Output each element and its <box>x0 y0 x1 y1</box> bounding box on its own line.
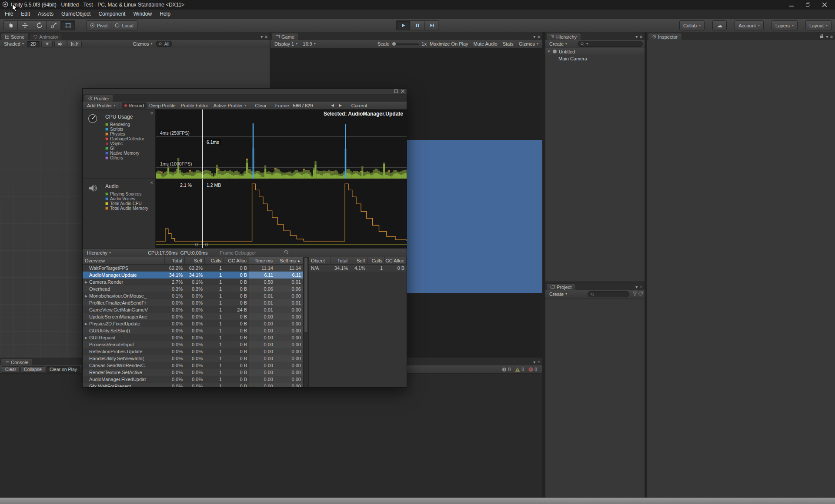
scale-tool-button[interactable] <box>47 20 61 30</box>
filter-by-label-icon[interactable] <box>638 292 643 297</box>
close-button[interactable] <box>816 0 833 10</box>
column-header-self[interactable]: Self <box>185 257 205 264</box>
scene-audio-button[interactable] <box>54 41 66 47</box>
search-icon[interactable] <box>284 250 289 255</box>
tab-game[interactable]: Game <box>271 33 299 40</box>
account-dropdown[interactable]: Account▾ <box>735 20 764 30</box>
record-toggle[interactable]: Record <box>122 103 147 109</box>
active-profiler-dropdown[interactable]: Active Profiler▾ <box>211 103 249 109</box>
hierarchy-item-main-camera[interactable]: Main Camera <box>545 55 645 62</box>
aspect-ratio-dropdown[interactable]: 16:9▾ <box>301 40 317 47</box>
pane-menu-icon[interactable]: ≡ <box>265 34 267 39</box>
cpu-legend-others[interactable]: Others <box>105 156 144 160</box>
detail-column-header-object[interactable]: Object <box>309 257 331 264</box>
tab-console[interactable]: Console <box>1 358 33 365</box>
foldout-arrow-icon[interactable]: ▼ <box>547 50 551 53</box>
scrollbar-thumb[interactable] <box>304 258 308 333</box>
profiler-table-row[interactable]: Canvas.SendWillRenderC.0.0%0.0%10 B0.000… <box>83 362 303 369</box>
2d-toggle-button[interactable]: 2D <box>27 41 40 47</box>
profiler-table-row[interactable]: GUIUtility.SetSkin()0.0%0.0%10 B0.000.00 <box>83 327 303 334</box>
maximize-on-play-toggle[interactable]: Maximize On Play <box>428 40 471 47</box>
cpu-legend-native-memory[interactable]: Native Memory <box>105 151 144 156</box>
profile-editor-toggle[interactable]: Profile Editor <box>178 103 211 109</box>
console-collapse-button[interactable]: Collapse <box>20 366 45 373</box>
layers-dropdown[interactable]: Layers▾ <box>772 20 798 30</box>
menu-window[interactable]: Window <box>129 10 156 19</box>
profiler-table-row[interactable]: AudioManager.Update34.1%34.1%10 B6.116.1… <box>83 272 303 279</box>
profiler-table-row[interactable]: Overhead0.3%0.3%10 B0.060.06 <box>83 285 303 292</box>
stats-toggle[interactable]: Stats <box>501 40 516 47</box>
scene-lighting-button[interactable]: ☀ <box>41 41 53 47</box>
pane-menu-icon[interactable]: ≡ <box>830 34 833 39</box>
detail-column-header-total[interactable]: Total <box>331 257 350 264</box>
column-header-gc-alloc[interactable]: GC Alloc <box>224 257 249 264</box>
pane-dropdown-icon[interactable]: ▾ <box>635 34 638 39</box>
tab-animator[interactable]: Animator <box>29 33 63 40</box>
column-header-total[interactable]: Total <box>165 257 185 264</box>
pane-dropdown-icon[interactable]: ▾ <box>533 34 535 39</box>
profiler-table-row[interactable]: ▶GUI.Repaint0.0%0.0%10 B0.000.00 <box>83 334 303 341</box>
previous-frame-button[interactable]: ◀ <box>328 103 336 109</box>
audio-legend-total-audio-cpu[interactable]: Total Audio CPU <box>105 201 148 206</box>
cpu-legend-physics[interactable]: Physics <box>105 132 144 136</box>
scene-gizmos-dropdown[interactable]: Gizmos▾ <box>130 40 154 47</box>
detail-row[interactable]: N/A34.1%4.1%10 B <box>309 265 407 272</box>
game-gizmos-dropdown[interactable]: Gizmos▾ <box>517 40 541 47</box>
filter-by-type-icon[interactable] <box>632 292 637 297</box>
cpu-legend-scripts[interactable]: Scripts <box>105 127 144 132</box>
audio-chart[interactable]: 2.1 %1.2 MB00 <box>156 179 407 248</box>
lock-icon[interactable] <box>820 34 824 39</box>
column-header-calls[interactable]: Calls <box>205 257 224 264</box>
pane-menu-icon[interactable]: ≡ <box>538 360 540 365</box>
step-button[interactable] <box>425 20 439 30</box>
detail-column-header-gc-alloc[interactable]: GC Alloc <box>385 257 407 264</box>
minimize-button[interactable] <box>783 0 800 10</box>
hand-tool-button[interactable] <box>3 20 18 30</box>
profiler-table-row[interactable]: ▶Monobehaviour.OnMouse_0.1%0.0%10 B0.010… <box>83 292 303 299</box>
tab-inspector[interactable]: Inspector <box>648 33 682 40</box>
profiler-table-scrollbar[interactable] <box>303 257 308 387</box>
column-header-overview[interactable]: Overview <box>83 257 165 264</box>
current-frame-button[interactable]: Current <box>349 103 370 109</box>
menu-edit[interactable]: Edit <box>17 10 34 19</box>
console-clear-on-play-button[interactable]: Clear on Play <box>46 366 80 373</box>
move-tool-button[interactable] <box>18 20 32 30</box>
frame-debugger-button[interactable]: Frame Debugger <box>220 250 256 255</box>
profiler-table-row[interactable]: UpdateScreenManagerAnc0.0%0.0%10 B0.000.… <box>83 313 303 320</box>
column-header-self-ms[interactable]: Self ms▲ <box>275 257 303 264</box>
warning-count[interactable]: 0 <box>515 367 524 372</box>
column-header-time-ms[interactable]: Time ms <box>249 257 275 264</box>
detail-column-header-calls[interactable]: Calls <box>367 257 385 264</box>
shading-mode-dropdown[interactable]: Shaded▾ <box>2 40 26 47</box>
collab-dropdown[interactable]: Collab▾ <box>679 20 705 30</box>
audio-legend-playing-sources[interactable]: Playing Sources <box>105 192 148 196</box>
pane-dropdown-icon[interactable]: ▾ <box>261 34 263 39</box>
tab-hierarchy[interactable]: Hierarchy <box>546 33 581 40</box>
cpu-chart[interactable]: Selected: AudioManager.Update 4ms (250FP… <box>156 109 407 179</box>
info-count[interactable]: 0 <box>502 367 511 372</box>
console-clear-button[interactable]: Clear <box>2 366 20 373</box>
audio-module-close-icon[interactable]: × <box>150 180 153 185</box>
local-button[interactable]: Local <box>111 20 137 30</box>
project-search-input[interactable] <box>588 291 629 297</box>
pivot-button[interactable]: Pivot <box>86 20 111 30</box>
project-create-dropdown[interactable]: Create▾ <box>547 291 569 298</box>
selected-frame-line[interactable] <box>202 109 203 179</box>
profiler-table-row[interactable]: Gfx.WaitForPresent0.0%0.0%10 B0.000.00 <box>83 383 303 387</box>
pane-dropdown-icon[interactable]: ▾ <box>826 34 828 39</box>
profiler-table-row[interactable]: ▶Camera.Render2.7%0.1%10 B0.500.01 <box>83 279 303 285</box>
tab-scene[interactable]: Scene <box>1 33 29 40</box>
menu-help[interactable]: Help <box>156 10 174 19</box>
profiler-table-row[interactable]: WaitForTargetFPS62.2%62.2%10 B11.1411.14 <box>83 265 303 272</box>
menu-gameobject[interactable]: GameObject <box>57 10 94 19</box>
pane-menu-icon[interactable]: ≡ <box>640 285 642 289</box>
rotate-tool-button[interactable] <box>32 20 47 30</box>
menu-component[interactable]: Component <box>94 10 129 19</box>
maximize-button[interactable] <box>800 0 816 10</box>
cpu-legend-vsync[interactable]: VSync <box>105 141 144 146</box>
cpu-module-close-icon[interactable]: × <box>150 110 153 116</box>
audio-legend-total-audio-memory[interactable]: Total Audio Memory <box>105 206 148 211</box>
scale-slider-knob[interactable] <box>392 42 396 46</box>
profiler-table-row[interactable]: ProcessRemoteInput0.0%0.0%10 B0.000.00 <box>83 341 303 348</box>
profiler-table-row[interactable]: AudioManager.FixedUpdat0.0%0.0%10 B0.000… <box>83 376 303 383</box>
